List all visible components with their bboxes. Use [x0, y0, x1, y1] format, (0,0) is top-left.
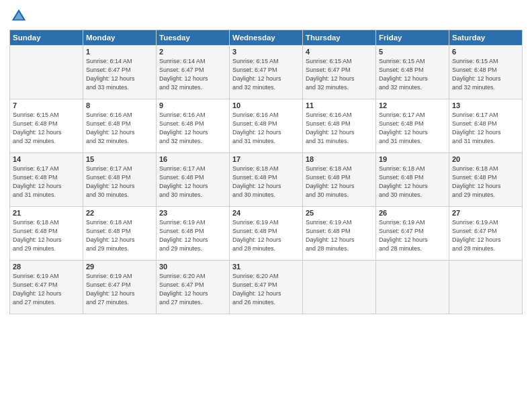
calendar-body: 1Sunrise: 6:14 AMSunset: 6:47 PMDaylight… [10, 46, 523, 314]
day-number: 19 [379, 155, 446, 163]
calendar-cell: 6Sunrise: 6:15 AMSunset: 6:48 PMDaylight… [449, 46, 523, 99]
calendar-header: SundayMondayTuesdayWednesdayThursdayFrid… [10, 30, 523, 46]
day-detail: Sunrise: 6:18 AMSunset: 6:48 PMDaylight:… [86, 218, 153, 253]
calendar-cell: 7Sunrise: 6:15 AMSunset: 6:48 PMDaylight… [10, 99, 83, 153]
day-detail: Sunrise: 6:18 AMSunset: 6:48 PMDaylight:… [452, 165, 519, 199]
day-number: 15 [86, 155, 153, 163]
day-detail: Sunrise: 6:18 AMSunset: 6:48 PMDaylight:… [306, 165, 373, 199]
calendar-table: SundayMondayTuesdayWednesdayThursdayFrid… [9, 30, 523, 314]
header [9, 7, 523, 26]
logo-icon [9, 7, 28, 26]
calendar-cell: 3Sunrise: 6:15 AMSunset: 6:47 PMDaylight… [230, 46, 303, 99]
day-number: 17 [232, 155, 300, 163]
day-detail: Sunrise: 6:17 AMSunset: 6:48 PMDaylight:… [86, 165, 153, 199]
calendar-cell: 28Sunrise: 6:19 AMSunset: 6:47 PMDayligh… [10, 261, 83, 314]
day-detail: Sunrise: 6:14 AMSunset: 6:47 PMDaylight:… [86, 57, 153, 92]
calendar-week: 14Sunrise: 6:17 AMSunset: 6:48 PMDayligh… [10, 153, 523, 207]
day-detail: Sunrise: 6:19 AMSunset: 6:47 PMDaylight:… [379, 218, 446, 253]
day-detail: Sunrise: 6:15 AMSunset: 6:47 PMDaylight:… [306, 57, 373, 92]
day-number: 24 [232, 209, 300, 217]
day-number: 9 [159, 101, 226, 109]
header-day: Saturday [449, 30, 523, 46]
day-detail: Sunrise: 6:19 AMSunset: 6:47 PMDaylight:… [13, 272, 80, 307]
day-number: 18 [306, 155, 373, 163]
day-number: 20 [452, 155, 519, 163]
day-detail: Sunrise: 6:16 AMSunset: 6:48 PMDaylight:… [159, 111, 226, 146]
header-day: Wednesday [230, 30, 303, 46]
day-detail: Sunrise: 6:14 AMSunset: 6:47 PMDaylight:… [159, 57, 226, 92]
day-detail: Sunrise: 6:20 AMSunset: 6:47 PMDaylight:… [159, 272, 226, 307]
day-detail: Sunrise: 6:15 AMSunset: 6:47 PMDaylight:… [232, 57, 300, 92]
day-number: 4 [306, 48, 373, 56]
day-number: 3 [232, 48, 300, 56]
calendar-cell: 10Sunrise: 6:16 AMSunset: 6:48 PMDayligh… [230, 99, 303, 153]
day-detail: Sunrise: 6:19 AMSunset: 6:48 PMDaylight:… [306, 218, 373, 253]
calendar-cell: 15Sunrise: 6:17 AMSunset: 6:48 PMDayligh… [83, 153, 157, 207]
day-number: 8 [86, 101, 153, 109]
day-detail: Sunrise: 6:17 AMSunset: 6:48 PMDaylight:… [452, 111, 519, 146]
calendar-cell: 1Sunrise: 6:14 AMSunset: 6:47 PMDaylight… [83, 46, 157, 99]
day-number: 12 [379, 101, 446, 109]
calendar-cell: 4Sunrise: 6:15 AMSunset: 6:47 PMDaylight… [303, 46, 376, 99]
day-detail: Sunrise: 6:16 AMSunset: 6:48 PMDaylight:… [306, 111, 373, 146]
day-detail: Sunrise: 6:17 AMSunset: 6:48 PMDaylight:… [379, 111, 446, 146]
day-number: 14 [13, 155, 80, 163]
day-detail: Sunrise: 6:18 AMSunset: 6:48 PMDaylight:… [13, 218, 80, 253]
day-number: 27 [452, 209, 519, 217]
day-number: 7 [13, 101, 80, 109]
calendar-cell: 31Sunrise: 6:20 AMSunset: 6:47 PMDayligh… [230, 261, 303, 314]
calendar-cell: 2Sunrise: 6:14 AMSunset: 6:47 PMDaylight… [157, 46, 230, 99]
calendar-cell: 9Sunrise: 6:16 AMSunset: 6:48 PMDaylight… [157, 99, 230, 153]
day-number: 30 [159, 263, 226, 271]
header-day: Friday [376, 30, 449, 46]
calendar-cell: 16Sunrise: 6:17 AMSunset: 6:48 PMDayligh… [157, 153, 230, 207]
day-detail: Sunrise: 6:19 AMSunset: 6:48 PMDaylight:… [159, 218, 226, 253]
header-day: Thursday [303, 30, 376, 46]
calendar-cell [376, 261, 449, 314]
calendar-cell [10, 46, 83, 99]
header-row: SundayMondayTuesdayWednesdayThursdayFrid… [10, 30, 523, 46]
day-number: 26 [379, 209, 446, 217]
day-detail: Sunrise: 6:15 AMSunset: 6:48 PMDaylight:… [452, 57, 519, 92]
calendar-cell: 25Sunrise: 6:19 AMSunset: 6:48 PMDayligh… [303, 207, 376, 261]
calendar-cell: 17Sunrise: 6:18 AMSunset: 6:48 PMDayligh… [230, 153, 303, 207]
day-detail: Sunrise: 6:19 AMSunset: 6:47 PMDaylight:… [452, 218, 519, 253]
calendar-cell: 21Sunrise: 6:18 AMSunset: 6:48 PMDayligh… [10, 207, 83, 261]
main-container: SundayMondayTuesdayWednesdayThursdayFrid… [0, 0, 532, 320]
day-number: 6 [452, 48, 519, 56]
day-number: 16 [159, 155, 226, 163]
day-number: 11 [306, 101, 373, 109]
day-detail: Sunrise: 6:17 AMSunset: 6:48 PMDaylight:… [13, 165, 80, 199]
calendar-cell: 13Sunrise: 6:17 AMSunset: 6:48 PMDayligh… [449, 99, 523, 153]
day-number: 5 [379, 48, 446, 56]
day-number: 25 [306, 209, 373, 217]
day-number: 13 [452, 101, 519, 109]
calendar-cell: 27Sunrise: 6:19 AMSunset: 6:47 PMDayligh… [449, 207, 523, 261]
day-detail: Sunrise: 6:19 AMSunset: 6:48 PMDaylight:… [232, 218, 300, 253]
day-detail: Sunrise: 6:16 AMSunset: 6:48 PMDaylight:… [232, 111, 300, 146]
day-number: 28 [13, 263, 80, 271]
calendar-cell: 19Sunrise: 6:18 AMSunset: 6:48 PMDayligh… [376, 153, 449, 207]
calendar-cell: 23Sunrise: 6:19 AMSunset: 6:48 PMDayligh… [157, 207, 230, 261]
day-detail: Sunrise: 6:18 AMSunset: 6:48 PMDaylight:… [232, 165, 300, 199]
calendar-cell: 29Sunrise: 6:19 AMSunset: 6:47 PMDayligh… [83, 261, 157, 314]
logo [9, 7, 31, 26]
calendar-cell: 8Sunrise: 6:16 AMSunset: 6:48 PMDaylight… [83, 99, 157, 153]
day-number: 21 [13, 209, 80, 217]
header-day: Tuesday [157, 30, 230, 46]
calendar-week: 21Sunrise: 6:18 AMSunset: 6:48 PMDayligh… [10, 207, 523, 261]
calendar-cell: 14Sunrise: 6:17 AMSunset: 6:48 PMDayligh… [10, 153, 83, 207]
calendar-cell: 22Sunrise: 6:18 AMSunset: 6:48 PMDayligh… [83, 207, 157, 261]
day-detail: Sunrise: 6:16 AMSunset: 6:48 PMDaylight:… [86, 111, 153, 146]
calendar-cell: 26Sunrise: 6:19 AMSunset: 6:47 PMDayligh… [376, 207, 449, 261]
day-detail: Sunrise: 6:19 AMSunset: 6:47 PMDaylight:… [86, 272, 153, 307]
calendar-cell: 11Sunrise: 6:16 AMSunset: 6:48 PMDayligh… [303, 99, 376, 153]
day-number: 2 [159, 48, 226, 56]
calendar-week: 7Sunrise: 6:15 AMSunset: 6:48 PMDaylight… [10, 99, 523, 153]
day-number: 29 [86, 263, 153, 271]
calendar-week: 1Sunrise: 6:14 AMSunset: 6:47 PMDaylight… [10, 46, 523, 99]
day-number: 22 [86, 209, 153, 217]
day-detail: Sunrise: 6:15 AMSunset: 6:48 PMDaylight:… [379, 57, 446, 92]
calendar-week: 28Sunrise: 6:19 AMSunset: 6:47 PMDayligh… [10, 261, 523, 314]
day-detail: Sunrise: 6:15 AMSunset: 6:48 PMDaylight:… [13, 111, 80, 146]
